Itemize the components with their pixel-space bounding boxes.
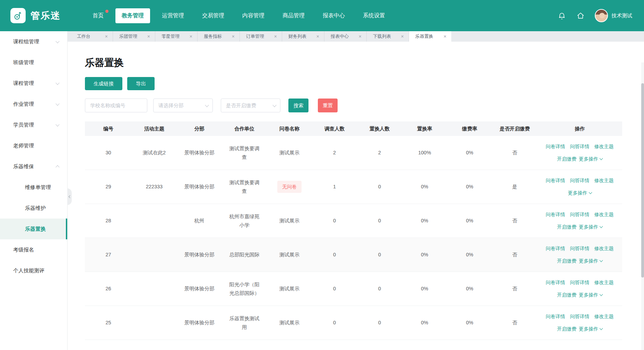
more-actions-link[interactable]: 更多操作 — [568, 189, 592, 197]
edit-topic-link[interactable]: 修改主题 — [594, 313, 614, 321]
reset-button[interactable]: 重置 — [318, 99, 338, 112]
cell-replaced-count: 0 — [357, 284, 402, 293]
questionnaire-detail-link[interactable]: 问卷详情 — [546, 279, 565, 287]
sidebar-item-作业管理[interactable]: 作业管理 — [0, 94, 67, 114]
branch-select-placeholder: 请选择分部 — [158, 102, 184, 109]
edit-topic-link[interactable]: 修改主题 — [594, 143, 614, 151]
sidebar-item-乐器置换[interactable]: 乐器置换 — [0, 219, 67, 239]
sidebar-item-课程组管理[interactable]: 课程组管理 — [0, 31, 67, 52]
sidebar-item-个人技能测评[interactable]: 个人技能测评 — [0, 260, 67, 281]
open-fee-link[interactable]: 开启缴费 — [557, 155, 576, 163]
close-icon[interactable]: × — [401, 34, 404, 39]
generate-link-button[interactable]: 生成链接 — [85, 77, 122, 90]
school-search-input[interactable] — [85, 99, 147, 112]
cell-partner: 乐器置换测试用 — [222, 314, 267, 331]
top-nav-item[interactable]: 交易管理 — [196, 8, 230, 23]
top-nav-item[interactable]: 商品管理 — [276, 8, 311, 23]
questionnaire-detail-link[interactable]: 问卷详情 — [546, 245, 565, 253]
close-icon[interactable]: × — [105, 34, 108, 39]
sidebar-collapse-handle[interactable] — [67, 188, 72, 205]
answer-detail-link[interactable]: 问答详情 — [570, 177, 590, 185]
answer-detail-link[interactable]: 问答详情 — [570, 211, 590, 219]
answer-detail-link[interactable]: 问答详情 — [570, 245, 590, 253]
open-fee-link[interactable]: 开启缴费 — [557, 291, 576, 299]
edit-topic-link[interactable]: 修改主题 — [594, 245, 614, 253]
edit-topic-link[interactable]: 修改主题 — [594, 177, 614, 185]
sidebar-item-课程管理[interactable]: 课程管理 — [0, 73, 67, 94]
close-icon[interactable]: × — [444, 34, 446, 39]
open-fee-link[interactable]: 开启缴费 — [557, 257, 576, 265]
close-icon[interactable]: × — [274, 34, 277, 39]
questionnaire-detail-link[interactable]: 问卷详情 — [546, 313, 565, 321]
cell-fee-open: 否 — [492, 250, 537, 259]
tab-label: 下载列表 — [373, 33, 391, 40]
close-icon[interactable]: × — [316, 34, 319, 39]
top-nav-item[interactable]: 内容管理 — [236, 8, 271, 23]
more-actions-link[interactable]: 更多操作 — [579, 155, 602, 163]
home-icon[interactable] — [576, 11, 585, 20]
tab-下载列表[interactable]: 下载列表 × — [367, 31, 409, 42]
tab-乐器置换[interactable]: 乐器置换 × — [409, 31, 451, 42]
more-actions-link[interactable]: 更多操作 — [579, 257, 602, 265]
edit-topic-link[interactable]: 修改主题 — [594, 279, 614, 287]
nav-item-label: 运营管理 — [162, 12, 184, 18]
search-button[interactable]: 搜索 — [288, 99, 308, 112]
top-nav-item[interactable]: 系统设置 — [357, 8, 391, 23]
tab-乐团管理[interactable]: 乐团管理 × — [113, 31, 155, 42]
close-icon[interactable]: × — [232, 34, 235, 39]
cell-actions: 问卷详情问答详情修改主题 开启缴费更多操作 — [537, 211, 622, 231]
cell-replace-rate: 0% — [402, 216, 447, 225]
edit-topic-link[interactable]: 修改主题 — [594, 211, 614, 219]
open-fee-link[interactable]: 开启缴费 — [557, 223, 576, 231]
sidebar-item-老师管理[interactable]: 老师管理 — [0, 135, 67, 156]
sidebar-item-班级管理[interactable]: 班级管理 — [0, 52, 67, 73]
tab-服务指标[interactable]: 服务指标 × — [198, 31, 240, 42]
close-icon[interactable]: × — [359, 34, 362, 39]
top-nav-item[interactable]: 首页 — [86, 8, 110, 23]
page-title: 乐器置换 — [85, 56, 644, 69]
table-row: 27 景明体验分部 总部阳光国际 测试展示 0 0 0% 0% 否 问卷详情问答… — [85, 238, 622, 272]
questionnaire-detail-link[interactable]: 问卷详情 — [546, 177, 565, 185]
branch-select[interactable]: 请选择分部 — [153, 99, 213, 112]
tab-工作台[interactable]: 工作台 × — [71, 31, 113, 42]
close-icon[interactable]: × — [147, 34, 150, 39]
top-nav-item[interactable]: 运营管理 — [156, 8, 190, 23]
col-fee-rate: 缴费率 — [447, 126, 492, 132]
answer-detail-link[interactable]: 问答详情 — [570, 279, 590, 287]
sidebar-item-考级报名[interactable]: 考级报名 — [0, 239, 67, 260]
fee-open-select[interactable]: 是否开启缴费 — [221, 99, 280, 112]
bell-icon[interactable] — [557, 11, 566, 20]
tab-报表中心[interactable]: 报表中心 × — [324, 31, 367, 42]
answer-detail-link[interactable]: 问答详情 — [570, 143, 590, 151]
cell-actions: 问卷详情问答详情修改主题 开启缴费更多操作 — [537, 245, 622, 265]
cell-survey-name: 测试展示 — [279, 150, 299, 155]
sidebar-item-乐器维护[interactable]: 乐器维护 — [0, 198, 67, 219]
cell-id: 27 — [85, 250, 132, 259]
sidebar-item-学员管理[interactable]: 学员管理 — [0, 114, 67, 135]
export-button[interactable]: 导出 — [127, 77, 155, 90]
tab-财务列表[interactable]: 财务列表 × — [282, 31, 324, 42]
top-nav-item[interactable]: 教务管理 — [115, 8, 150, 23]
close-icon[interactable]: × — [190, 34, 192, 39]
user-menu[interactable]: 技术测试 — [595, 9, 632, 22]
open-fee-link[interactable]: 开启缴费 — [557, 325, 576, 333]
sidebar-item-乐器维保[interactable]: 乐器维保 — [0, 156, 67, 177]
more-actions-link[interactable]: 更多操作 — [579, 291, 602, 299]
nav-item-label: 教务管理 — [122, 12, 144, 18]
chevron-left-icon — [68, 195, 71, 198]
tab-订单管理[interactable]: 订单管理 × — [240, 31, 282, 42]
tab-零星管理[interactable]: 零星管理 × — [155, 31, 198, 42]
more-actions-link[interactable]: 更多操作 — [579, 223, 602, 231]
answer-detail-link[interactable]: 问答详情 — [570, 313, 590, 321]
sidebar-item-维修单管理[interactable]: 维修单管理 — [0, 177, 67, 198]
top-nav-item[interactable]: 报表中心 — [316, 8, 351, 23]
more-actions-link[interactable]: 更多操作 — [579, 325, 602, 333]
brand-logo[interactable] — [10, 8, 26, 23]
col-actions: 操作 — [537, 126, 622, 132]
questionnaire-detail-link[interactable]: 问卷详情 — [546, 143, 565, 151]
questionnaire-detail-link[interactable]: 问卷详情 — [546, 211, 565, 219]
cell-replaced-count: 0 — [357, 318, 402, 327]
scrollbar-thumb[interactable] — [641, 83, 644, 278]
nav-item-label: 商品管理 — [282, 12, 305, 18]
tab-label: 财务列表 — [288, 33, 306, 40]
